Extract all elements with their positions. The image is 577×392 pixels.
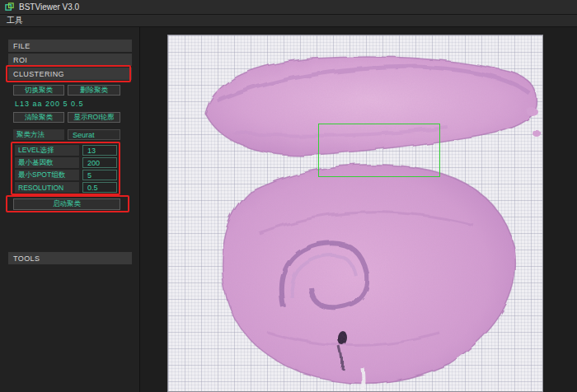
cluster-status-text: L13 aa 200 5 0.5	[15, 100, 84, 108]
section-header-tools[interactable]: TOOLS	[8, 252, 132, 264]
window-title: BSTViewer V3.0	[19, 2, 79, 12]
param-label-resolution: RESOLUTION	[15, 182, 79, 193]
section-label-file: FILE	[13, 42, 30, 50]
app-icon	[5, 2, 14, 12]
menu-item-tools[interactable]: 工具	[0, 15, 30, 26]
section-label-clustering: CLUSTERING	[13, 70, 64, 78]
delete-cluster-button[interactable]: 删除聚类	[68, 85, 120, 96]
roi-selection-rect[interactable]	[318, 124, 440, 177]
param-value-level[interactable]: 13	[82, 145, 117, 156]
param-value-min-spot[interactable]: 5	[82, 170, 117, 180]
tissue-section-image	[168, 35, 543, 392]
param-label-min-genes: 最小基因数	[15, 157, 79, 168]
switch-cluster-button[interactable]: 切换聚类	[13, 85, 64, 96]
param-value-min-genes[interactable]: 200	[82, 157, 117, 168]
param-value-resolution[interactable]: 0.5	[82, 182, 117, 193]
param-label-level: LEVEL选择	[15, 145, 79, 156]
show-roi-outline-button[interactable]: 显示ROI轮廓	[68, 112, 120, 123]
title-bar: BSTViewer V3.0	[0, 0, 577, 15]
clear-cluster-button[interactable]: 清除聚类	[13, 112, 64, 123]
menu-bar: 工具	[0, 15, 577, 27]
param-label-min-spot: 最小SPOT组数	[15, 170, 79, 180]
method-value[interactable]: Seurat	[68, 129, 120, 140]
start-cluster-button[interactable]: 启动聚类	[13, 198, 120, 210]
method-label: 聚类方法	[13, 129, 64, 140]
section-header-file[interactable]: FILE	[8, 40, 132, 52]
section-label-tools: TOOLS	[13, 254, 40, 263]
section-header-clustering[interactable]: CLUSTERING	[8, 68, 132, 80]
section-header-roi[interactable]: ROI	[8, 54, 132, 66]
slide-viewer-canvas[interactable]	[167, 35, 543, 392]
sidebar: FILE ROI CLUSTERING 切换聚类 删除聚类 L13 aa 200…	[0, 27, 140, 392]
section-label-roi: ROI	[13, 56, 27, 64]
